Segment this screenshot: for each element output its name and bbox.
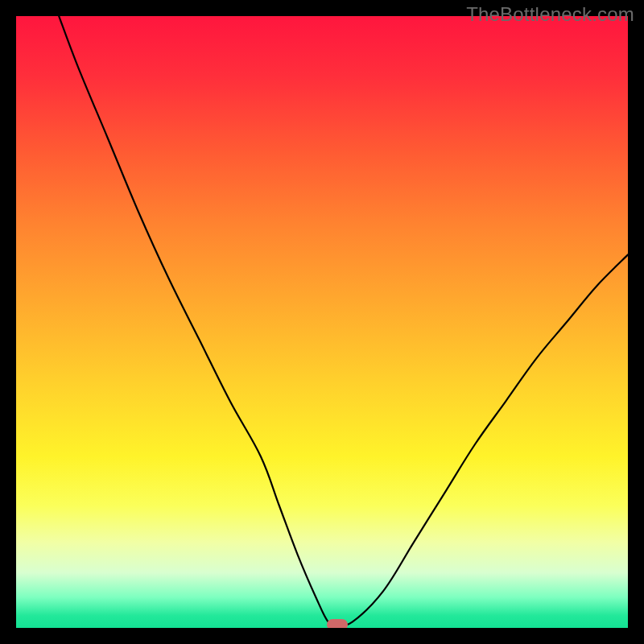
optimal-point-marker [327, 619, 348, 628]
watermark-text: TheBottleneck.com [466, 3, 634, 26]
bottleneck-curve [16, 16, 628, 628]
chart-frame: TheBottleneck.com [0, 0, 644, 644]
plot-area [16, 16, 628, 628]
